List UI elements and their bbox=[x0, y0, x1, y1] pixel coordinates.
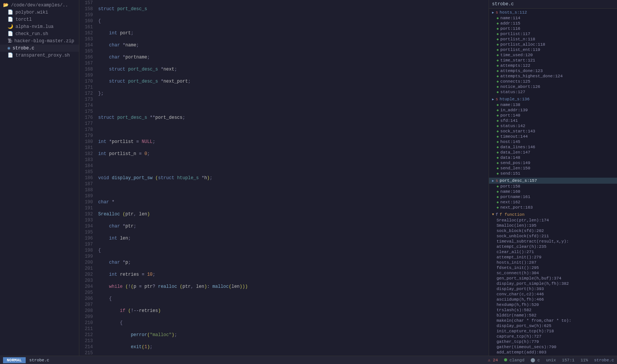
outline-fn-item[interactable]: conv_char(c,c2):446 bbox=[489, 292, 617, 297]
outline-fn-item[interactable]: makeln(char * from,char * to): bbox=[489, 318, 617, 323]
file-icon: 📄 bbox=[8, 31, 13, 37]
outline-fn-item[interactable]: hosts_init():287 bbox=[489, 260, 617, 265]
outline-item[interactable]: ◆name:114 bbox=[489, 15, 617, 21]
outline-struct-htuple[interactable]: ▶ s htuple_s:136 bbox=[489, 96, 617, 102]
outline-fn-item[interactable]: capture_tcp(h):727 bbox=[489, 334, 617, 339]
outline-fn-item[interactable]: fdsets_init():295 bbox=[489, 265, 617, 270]
outline-item[interactable]: ◆portlist_ent:119 bbox=[489, 47, 617, 52]
code-line-183: { bbox=[98, 320, 489, 326]
outline-fn-item[interactable]: sock_unblock(sfd):211 bbox=[489, 233, 617, 239]
code-text[interactable]: struct port_desc_s { int port; char *nam… bbox=[95, 0, 489, 356]
file-icon: 📄 bbox=[8, 9, 13, 15]
outline-fn-item[interactable]: gen_port_simple(h,buf):374 bbox=[489, 276, 617, 281]
outline-item[interactable]: ◆name:160 bbox=[489, 189, 617, 194]
outline-item[interactable]: ◆port:116 bbox=[489, 26, 617, 31]
status-left: NORMAL strobe.c bbox=[3, 357, 49, 363]
outline-item[interactable]: ◆send:151 bbox=[489, 171, 617, 176]
outline-fn-item[interactable]: timeval_subtract(result,x,y): bbox=[489, 239, 617, 244]
status-bar: NORMAL strobe.c ⚠ 24 clangd ⬤ c unix 157… bbox=[0, 356, 617, 364]
outline-item[interactable]: ◆next_port:163 bbox=[489, 205, 617, 210]
outline-fn-item[interactable]: blddir(name):582 bbox=[489, 313, 617, 318]
outline-item[interactable]: ◆attempts:122 bbox=[489, 63, 617, 68]
cursor-position: 157:1 bbox=[562, 358, 574, 362]
sidebar-label: strobe.c bbox=[12, 46, 34, 51]
outline-fn-item[interactable]: display_port_simple(h,fh):382 bbox=[489, 281, 617, 286]
outline-item[interactable]: ◆data:148 bbox=[489, 155, 617, 160]
code-line-177: { bbox=[98, 247, 489, 253]
line-numbers: 157 158 159 160 161 162 163 164 165 166 … bbox=[79, 0, 95, 356]
outline-item[interactable]: ◆in_addr:139 bbox=[489, 108, 617, 113]
outline-fn-item[interactable]: sc_connect(h):304 bbox=[489, 270, 617, 276]
outline-item[interactable]: ◆addr:115 bbox=[489, 21, 617, 26]
outline-item[interactable]: ◆sock_start:143 bbox=[489, 129, 617, 134]
code-line-170 bbox=[98, 163, 489, 169]
code-line-166: struct port_desc_s **port_descs; bbox=[98, 115, 489, 121]
outline-item[interactable]: ◆attempts_highest_done:124 bbox=[489, 74, 617, 79]
outline-fn-item[interactable]: init_capture_tcp(h):718 bbox=[489, 329, 617, 334]
code-line-172 bbox=[98, 187, 489, 193]
outline-fn-item[interactable]: Smalloc(len):195 bbox=[489, 223, 617, 228]
outline-item[interactable]: ◆connects:125 bbox=[489, 79, 617, 84]
outline-fn-item[interactable]: attempt_init():279 bbox=[489, 255, 617, 260]
code-line-176: int len; bbox=[98, 235, 489, 241]
outline-fn-item[interactable]: trslash(s):582 bbox=[489, 307, 617, 313]
main-layout: 📂 /code/dev/examples/.. 📄 polybor.wiki 📄… bbox=[0, 0, 617, 356]
outline-item[interactable]: ◆timeout:144 bbox=[489, 134, 617, 139]
sidebar-root-label: /code/dev/examples/.. bbox=[11, 3, 68, 8]
outline-item[interactable]: ◆port:140 bbox=[489, 113, 617, 118]
outline-functions-header[interactable]: ▼ f f function bbox=[489, 212, 617, 218]
outline-item[interactable]: ◆time_start:121 bbox=[489, 58, 617, 63]
sidebar-item-torctl[interactable]: 📄 torctl bbox=[0, 16, 79, 23]
outline-item[interactable]: ◆portname:161 bbox=[489, 194, 617, 200]
sidebar-item-polybor[interactable]: 📄 polybor.wiki bbox=[0, 9, 79, 16]
outline-item[interactable]: ◆name:138 bbox=[489, 102, 617, 108]
file-tree: 📂 /code/dev/examples/.. 📄 polybor.wiki 📄… bbox=[0, 0, 79, 356]
outline-fn-item[interactable]: hexdump(h,fh):520 bbox=[489, 302, 617, 307]
outline-item[interactable]: ◆status:142 bbox=[489, 123, 617, 129]
outline-item[interactable]: ◆data_lines:146 bbox=[489, 144, 617, 150]
outline-fn-item[interactable]: sock_block(sfd):202 bbox=[489, 228, 617, 233]
outline-item[interactable]: ◆status:127 bbox=[489, 89, 617, 95]
outline-item[interactable]: ◆sfd:141 bbox=[489, 118, 617, 123]
outline-fn-item[interactable]: display_port_sw(h):625 bbox=[489, 323, 617, 329]
sidebar-item-root[interactable]: 📂 /code/dev/examples/.. bbox=[0, 2, 79, 9]
outline-item[interactable]: ◆notice_abort:126 bbox=[489, 84, 617, 89]
sidebar-item-proxy[interactable]: 📄 transparent_proxy.sh bbox=[0, 52, 79, 59]
outline-item[interactable]: ◆portlist:117 bbox=[489, 31, 617, 37]
functions-label: f function bbox=[500, 212, 524, 217]
code-scroll-area[interactable]: 157 158 159 160 161 162 163 164 165 166 … bbox=[79, 0, 489, 356]
outline-item[interactable]: ◆send_pos:149 bbox=[489, 160, 617, 166]
outline-fn-item[interactable]: Srealloc(ptr,len):174 bbox=[489, 218, 617, 223]
outline-item[interactable]: ◆port:158 bbox=[489, 184, 617, 189]
outline-fn-item[interactable]: add_attempt(add):803 bbox=[489, 350, 617, 355]
code-line-180: while (!(p = ptr? realloc (ptr, len): ma… bbox=[98, 284, 489, 290]
outline-item[interactable]: ◆send_len:150 bbox=[489, 166, 617, 171]
outline-fn-item[interactable]: gather_tcp(h):779 bbox=[489, 339, 617, 344]
sidebar-item-check[interactable]: 📄 check_run.sh bbox=[0, 30, 79, 37]
status-right: ⚠ 24 clangd ⬤ c unix 157:1 11% strobe.c bbox=[488, 358, 614, 362]
outline-item[interactable]: ◆next:162 bbox=[489, 200, 617, 205]
outline-item[interactable]: ◆portlist_alloc:118 bbox=[489, 42, 617, 47]
collapse-icon: ▶ bbox=[492, 97, 494, 101]
outline-fn-item[interactable]: asciidump(h,fh):466 bbox=[489, 297, 617, 302]
sidebar-item-strobe[interactable]: ◉ strobe.c bbox=[0, 45, 79, 52]
code-line-165 bbox=[98, 103, 489, 109]
lsp-dot bbox=[504, 358, 507, 361]
file-icon: 🌙 bbox=[8, 24, 13, 29]
outline-item[interactable]: ◆attempts_done:123 bbox=[489, 68, 617, 74]
outline-item[interactable]: ◆time_used:120 bbox=[489, 52, 617, 58]
outline-item[interactable]: ◆host:145 bbox=[489, 139, 617, 144]
file-icon: 🗜 bbox=[8, 38, 12, 44]
sidebar-item-hacker[interactable]: 🗜 hacker-blog-master.zip bbox=[0, 37, 79, 45]
outline-fn-item[interactable]: attempt_clear(h):235 bbox=[489, 244, 617, 249]
outline-panel: strobe.c ▶ s hosts_s:112 ◆name:114 ◆addr… bbox=[489, 0, 617, 356]
outline-struct-portdesc[interactable]: ▶ s port_desc_s:157 bbox=[489, 178, 617, 184]
outline-struct-hosts[interactable]: ▶ s hosts_s:112 bbox=[489, 9, 617, 15]
outline-item[interactable]: ◆data_len:147 bbox=[489, 150, 617, 155]
sidebar-item-alpha[interactable]: 🌙 alpha-nvim.lua bbox=[0, 23, 79, 30]
outline-item[interactable]: ◆portlist_n:118 bbox=[489, 37, 617, 42]
code-line-182: if (!--retries) bbox=[98, 308, 489, 314]
outline-fn-item[interactable]: clear_all():271 bbox=[489, 249, 617, 255]
outline-fn-item[interactable]: display_port(h):393 bbox=[489, 286, 617, 292]
outline-fn-item[interactable]: gather(timeout_secs):790 bbox=[489, 344, 617, 350]
